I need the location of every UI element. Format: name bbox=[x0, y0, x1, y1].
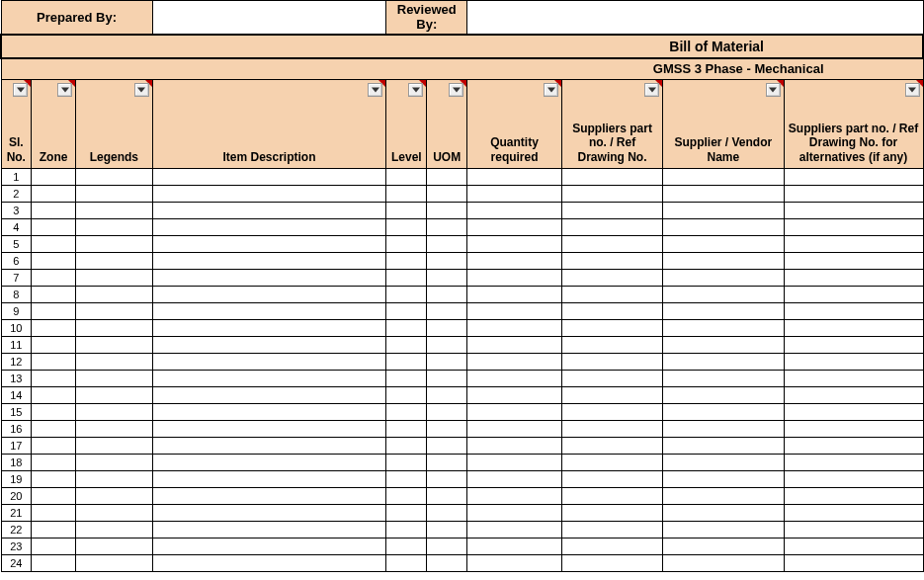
filter-button[interactable] bbox=[449, 83, 463, 97]
cell-level[interactable] bbox=[386, 337, 427, 354]
cell-quantity-required[interactable] bbox=[467, 219, 562, 236]
cell-sl-no[interactable]: 17 bbox=[1, 438, 32, 455]
cell-uom[interactable] bbox=[427, 270, 467, 287]
cell-supplier-vendor[interactable] bbox=[663, 253, 784, 270]
cell-supplier-vendor[interactable] bbox=[663, 354, 784, 371]
cell-supplier-vendor[interactable] bbox=[663, 387, 784, 404]
cell-sl-no[interactable]: 19 bbox=[1, 471, 32, 488]
cell-supplier-vendor[interactable] bbox=[663, 522, 784, 539]
cell-supplier-vendor[interactable] bbox=[663, 555, 784, 572]
cell-zone[interactable] bbox=[32, 505, 76, 522]
cell-suppliers-part[interactable] bbox=[562, 522, 663, 539]
cell-uom[interactable] bbox=[427, 320, 467, 337]
cell-item-description[interactable] bbox=[152, 337, 386, 354]
cell-suppliers-alt[interactable] bbox=[784, 404, 923, 421]
cell-zone[interactable] bbox=[32, 488, 76, 505]
cell-suppliers-alt[interactable] bbox=[784, 505, 923, 522]
cell-supplier-vendor[interactable] bbox=[663, 337, 784, 354]
cell-zone[interactable] bbox=[32, 287, 76, 303]
cell-supplier-vendor[interactable] bbox=[663, 505, 784, 522]
cell-item-description[interactable] bbox=[152, 354, 386, 371]
cell-quantity-required[interactable] bbox=[467, 522, 562, 539]
cell-item-description[interactable] bbox=[152, 505, 386, 522]
cell-supplier-vendor[interactable] bbox=[663, 404, 784, 421]
cell-zone[interactable] bbox=[32, 320, 76, 337]
cell-supplier-vendor[interactable] bbox=[663, 371, 784, 387]
cell-legends[interactable] bbox=[76, 270, 153, 287]
cell-sl-no[interactable]: 18 bbox=[1, 455, 32, 471]
cell-suppliers-part[interactable] bbox=[562, 387, 663, 404]
cell-quantity-required[interactable] bbox=[467, 236, 562, 253]
cell-sl-no[interactable]: 21 bbox=[1, 505, 32, 522]
cell-suppliers-part[interactable] bbox=[562, 320, 663, 337]
cell-zone[interactable] bbox=[32, 219, 76, 236]
cell-level[interactable] bbox=[386, 421, 427, 438]
cell-zone[interactable] bbox=[32, 203, 76, 219]
cell-sl-no[interactable]: 20 bbox=[1, 488, 32, 505]
cell-suppliers-alt[interactable] bbox=[784, 219, 923, 236]
cell-level[interactable] bbox=[386, 219, 427, 236]
cell-uom[interactable] bbox=[427, 488, 467, 505]
cell-item-description[interactable] bbox=[152, 455, 386, 471]
filter-button[interactable] bbox=[905, 83, 920, 97]
cell-suppliers-part[interactable] bbox=[562, 303, 663, 320]
cell-suppliers-part[interactable] bbox=[562, 404, 663, 421]
cell-quantity-required[interactable] bbox=[467, 270, 562, 287]
cell-sl-no[interactable]: 12 bbox=[1, 354, 32, 371]
cell-suppliers-alt[interactable] bbox=[784, 337, 923, 354]
cell-zone[interactable] bbox=[32, 404, 76, 421]
cell-quantity-required[interactable] bbox=[467, 471, 562, 488]
cell-uom[interactable] bbox=[427, 203, 467, 219]
cell-level[interactable] bbox=[386, 555, 427, 572]
cell-item-description[interactable] bbox=[152, 539, 386, 555]
cell-quantity-required[interactable] bbox=[467, 488, 562, 505]
cell-zone[interactable] bbox=[32, 169, 76, 186]
cell-suppliers-alt[interactable] bbox=[784, 455, 923, 471]
cell-item-description[interactable] bbox=[152, 320, 386, 337]
cell-quantity-required[interactable] bbox=[467, 455, 562, 471]
cell-item-description[interactable] bbox=[152, 270, 386, 287]
cell-item-description[interactable] bbox=[152, 186, 386, 203]
cell-zone[interactable] bbox=[32, 236, 76, 253]
cell-suppliers-part[interactable] bbox=[562, 455, 663, 471]
cell-zone[interactable] bbox=[32, 303, 76, 320]
cell-item-description[interactable] bbox=[152, 421, 386, 438]
cell-quantity-required[interactable] bbox=[467, 337, 562, 354]
cell-item-description[interactable] bbox=[152, 303, 386, 320]
cell-item-description[interactable] bbox=[152, 253, 386, 270]
cell-suppliers-alt[interactable] bbox=[784, 270, 923, 287]
cell-suppliers-part[interactable] bbox=[562, 253, 663, 270]
cell-zone[interactable] bbox=[32, 270, 76, 287]
cell-item-description[interactable] bbox=[152, 555, 386, 572]
cell-suppliers-part[interactable] bbox=[562, 471, 663, 488]
cell-uom[interactable] bbox=[427, 438, 467, 455]
cell-suppliers-alt[interactable] bbox=[784, 236, 923, 253]
cell-supplier-vendor[interactable] bbox=[663, 270, 784, 287]
cell-sl-no[interactable]: 13 bbox=[1, 371, 32, 387]
cell-zone[interactable] bbox=[32, 539, 76, 555]
cell-zone[interactable] bbox=[32, 354, 76, 371]
cell-supplier-vendor[interactable] bbox=[663, 488, 784, 505]
cell-quantity-required[interactable] bbox=[467, 438, 562, 455]
cell-supplier-vendor[interactable] bbox=[663, 203, 784, 219]
cell-supplier-vendor[interactable] bbox=[663, 287, 784, 303]
cell-level[interactable] bbox=[386, 387, 427, 404]
cell-level[interactable] bbox=[386, 505, 427, 522]
cell-legends[interactable] bbox=[76, 203, 153, 219]
cell-uom[interactable] bbox=[427, 371, 467, 387]
cell-suppliers-part[interactable] bbox=[562, 421, 663, 438]
cell-uom[interactable] bbox=[427, 505, 467, 522]
cell-suppliers-part[interactable] bbox=[562, 236, 663, 253]
cell-supplier-vendor[interactable] bbox=[663, 303, 784, 320]
cell-quantity-required[interactable] bbox=[467, 421, 562, 438]
cell-zone[interactable] bbox=[32, 337, 76, 354]
cell-item-description[interactable] bbox=[152, 488, 386, 505]
filter-button[interactable] bbox=[134, 83, 149, 97]
cell-supplier-vendor[interactable] bbox=[663, 455, 784, 471]
cell-suppliers-part[interactable] bbox=[562, 539, 663, 555]
cell-level[interactable] bbox=[386, 186, 427, 203]
cell-level[interactable] bbox=[386, 320, 427, 337]
cell-level[interactable] bbox=[386, 236, 427, 253]
cell-item-description[interactable] bbox=[152, 471, 386, 488]
filter-button[interactable] bbox=[766, 83, 781, 97]
